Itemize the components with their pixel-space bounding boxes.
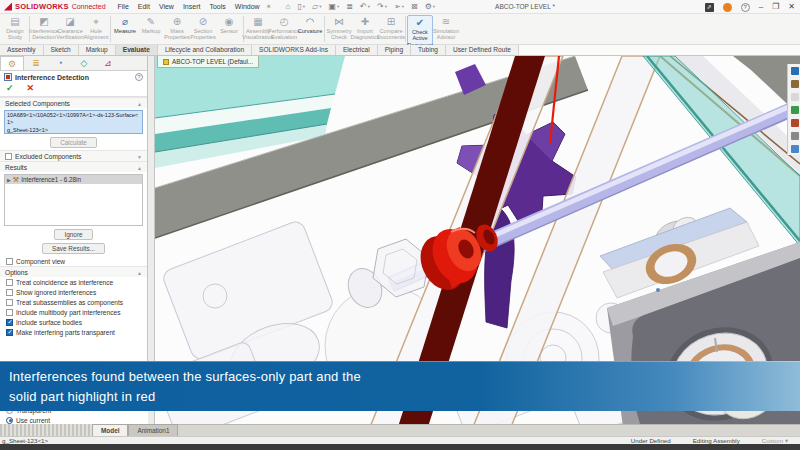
ribbon-tool-hole-alignment[interactable]: ⌖Hole Alignment — [83, 15, 109, 41]
menu-file[interactable]: File — [118, 3, 129, 10]
help-icon[interactable]: ? — [741, 3, 750, 12]
cancel-button[interactable]: ✕ — [27, 83, 35, 93]
appearances-icon[interactable] — [788, 116, 800, 129]
option-show-ignored-interferences[interactable]: Show ignored interferences — [0, 287, 147, 297]
dropdown-caret: ▾ — [303, 2, 305, 12]
ribbon-tool-mass-properties[interactable]: ⊕Mass Properties — [164, 15, 190, 41]
excluded-components-checkbox[interactable] — [5, 153, 12, 160]
ribbon-tool-sensor[interactable]: ◉Sensor — [216, 15, 242, 34]
redo-icon[interactable]: ↷▾ — [377, 2, 387, 12]
configurationmanager-tab[interactable]: ◔ — [48, 56, 72, 70]
ribbon-tool-interference-detection[interactable]: ◩Interference Detection — [31, 15, 57, 41]
tab-user-defined-route[interactable]: User Defined Route — [446, 45, 519, 55]
tab-evaluate[interactable]: Evaluate — [116, 45, 158, 55]
units-dropdown[interactable]: Custom ▾ — [762, 437, 788, 444]
design-library-icon[interactable] — [788, 77, 800, 90]
tab-solidworks-add-ins[interactable]: SOLIDWORKS Add-Ins — [252, 45, 336, 55]
tab-tubing[interactable]: Tubing — [411, 45, 446, 55]
tab-piping[interactable]: Piping — [378, 45, 411, 55]
view-palette-icon[interactable] — [788, 103, 800, 116]
ribbon-tool-markup[interactable]: ✎Markup — [138, 15, 164, 34]
minimize-button[interactable]: – — [759, 0, 763, 14]
solidworks-window: SOLIDWORKS Connected FileEditViewInsertT… — [0, 0, 800, 450]
excluded-components-header[interactable]: Excluded Components ▼ — [0, 150, 147, 161]
resources-icon[interactable] — [788, 64, 800, 77]
sensor-icon: ◉ — [225, 16, 234, 28]
option-include-surface-bodies[interactable]: Include surface bodies — [0, 317, 147, 327]
file-explorer-icon[interactable] — [788, 90, 800, 103]
ok-button[interactable]: ✓ — [6, 83, 14, 93]
select-icon[interactable]: ➢▾ — [394, 2, 404, 12]
option-include-multibody-part-interferences[interactable]: Include multibody part interferences — [0, 307, 147, 317]
home-icon[interactable]: ⌂ — [286, 2, 291, 12]
component-view-checkbox[interactable] — [6, 258, 13, 265]
undo-icon[interactable]: ↶▾ — [360, 2, 370, 12]
tab-assembly[interactable]: Assembly — [0, 45, 44, 55]
ribbon-tool-simulation-advisor[interactable]: ≋Simulation Advisor — [433, 15, 459, 41]
ribbon-tool-check-active-document[interactable]: ✔Check Active Document — [407, 15, 433, 49]
tab-markup[interactable]: Markup — [79, 45, 116, 55]
featuremanager-tab[interactable]: ≣ — [24, 56, 48, 70]
timeline-hatch[interactable] — [0, 424, 92, 436]
menu-insert[interactable]: Insert — [183, 3, 201, 10]
checkbox[interactable] — [6, 329, 13, 336]
motion-tab-model[interactable]: Model — [92, 424, 128, 436]
help-icon[interactable]: ? — [135, 73, 143, 81]
results-list[interactable]: ▶⚒Interference1 - 6.28in — [4, 174, 143, 226]
radio-button[interactable] — [6, 417, 13, 424]
displaymanager-tab[interactable]: ◇ — [72, 56, 96, 70]
selected-components-header[interactable]: Selected Components ▲ — [0, 97, 147, 108]
close-button[interactable]: ✕ — [788, 0, 795, 14]
print-icon[interactable]: ≣ — [346, 2, 353, 12]
open-icon[interactable]: ▱▾ — [312, 2, 321, 12]
checkbox[interactable] — [6, 309, 13, 316]
ribbon-tool-performance-evaluation[interactable]: ◴Performance Evaluation — [271, 15, 297, 41]
menu-view[interactable]: View — [159, 3, 174, 10]
options-header[interactable]: Options ▲ — [0, 266, 147, 277]
motion-tab-animation1[interactable]: Animation1 — [128, 424, 178, 436]
ignore-button[interactable]: Ignore — [54, 229, 92, 240]
selected-components-list[interactable]: 10A689<1>/10A052<1>/10997A<1>-ds-123-Sur… — [4, 110, 143, 134]
checkbox[interactable] — [6, 299, 13, 306]
checkbox[interactable] — [6, 279, 13, 286]
custom-properties-icon[interactable] — [788, 129, 800, 142]
restore-button[interactable]: ❐ — [772, 0, 779, 14]
ribbon-tool-symmetry-check[interactable]: ⋈Symmetry Check — [326, 15, 352, 41]
options-icon[interactable]: ⚙▾ — [425, 2, 435, 12]
tab-sketch[interactable]: Sketch — [44, 45, 79, 55]
results-header[interactable]: Results ▲ — [0, 161, 147, 172]
menu-window[interactable]: Window — [235, 3, 260, 10]
ribbon-tool-design-study[interactable]: ▤Design Study — [2, 15, 28, 41]
delete-icon[interactable]: ⊠ — [411, 2, 418, 12]
ribbon-tool-clearance-verification[interactable]: ◪Clearance Verification — [57, 15, 83, 41]
option-make-interfering-parts-transparent[interactable]: Make interfering parts transparent — [0, 327, 147, 337]
calculate-button[interactable]: Calculate — [50, 137, 97, 148]
user-avatar[interactable] — [723, 3, 732, 12]
expand-arrow-icon[interactable]: ▶ — [7, 177, 11, 183]
viewport-document-tab[interactable]: ABCO-TOP LEVEL (Defaul... — [157, 56, 259, 68]
ribbon-tool-curvature[interactable]: ◠Curvature — [297, 15, 323, 34]
share-icon[interactable]: ⇗ — [705, 3, 714, 12]
ribbon-tool-label: Sensor — [220, 28, 238, 34]
menu-tools[interactable]: Tools — [209, 3, 225, 10]
checkbox[interactable] — [6, 289, 13, 296]
option-treat-coincidence-as-interference[interactable]: Treat coincidence as interference — [0, 277, 147, 287]
tab-electrical[interactable]: Electrical — [336, 45, 378, 55]
ribbon-tool-section-properties[interactable]: ⊘Section Properties — [190, 15, 216, 41]
dimxpertmanager-tab[interactable]: ⊿ — [96, 56, 120, 70]
checkbox[interactable] — [6, 319, 13, 326]
component-view-row[interactable]: Component view — [0, 256, 147, 266]
propertymanager-tab[interactable]: ⚙ — [0, 56, 24, 70]
ribbon-tool-measure[interactable]: ⌀Measure — [112, 15, 138, 34]
ribbon-tool-compare-documents[interactable]: ⊞Compare Documents — [378, 15, 404, 41]
forum-icon[interactable] — [788, 142, 800, 155]
save-results-button[interactable]: Save Results... — [42, 243, 105, 254]
ribbon-tool-import-diagnostics[interactable]: ✚Import Diagnostics — [352, 15, 378, 41]
new-document-icon[interactable]: ▯▾ — [297, 2, 305, 12]
menu-edit[interactable]: Edit — [138, 3, 150, 10]
save-icon[interactable]: ▣▾ — [329, 2, 340, 12]
pin-icon[interactable]: ✶ — [266, 3, 272, 11]
tab-lifecycle-and-collaboration[interactable]: Lifecycle and Collaboration — [158, 45, 252, 55]
option-treat-subassemblies-as-components[interactable]: Treat subassemblies as components — [0, 297, 147, 307]
interference-result-item[interactable]: ▶⚒Interference1 - 6.28in — [5, 175, 142, 184]
